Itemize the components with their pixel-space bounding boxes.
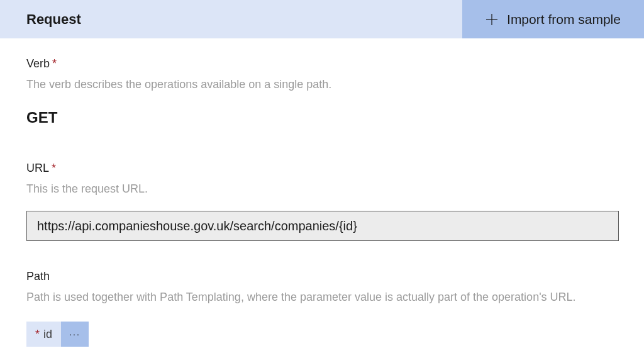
path-param-chip: * id ··· [26,322,89,347]
verb-label-text: Verb [26,57,50,70]
url-input[interactable] [26,211,619,241]
plus-icon [486,13,498,26]
verb-section: Verb* The verb describes the operations … [26,57,618,126]
section-title-text: Request [26,11,81,28]
required-star: * [52,57,57,70]
ellipsis-icon: ··· [69,329,80,339]
required-star: * [52,162,56,174]
url-description: This is the request URL. [26,182,618,196]
path-param-more-button[interactable]: ··· [61,322,89,347]
section-title: Request [0,0,462,38]
path-param-name: id [43,328,52,341]
import-button-label: Import from sample [507,12,621,27]
verb-value: GET [26,109,618,126]
url-label-text: URL [26,162,49,174]
header-bar: Request Import from sample [0,0,644,38]
verb-label: Verb* [26,57,618,70]
path-description: Path is used together with Path Templati… [26,291,618,304]
import-from-sample-button[interactable]: Import from sample [462,0,644,38]
path-param-label[interactable]: * id [26,322,61,347]
content-area: Verb* The verb describes the operations … [0,38,644,347]
path-section: Path Path is used together with Path Tem… [26,270,618,347]
verb-description: The verb describes the operations availa… [26,78,618,91]
path-label: Path [26,270,618,283]
required-star: * [35,328,40,341]
url-label: URL* [26,162,618,175]
url-section: URL* This is the request URL. [26,162,618,241]
